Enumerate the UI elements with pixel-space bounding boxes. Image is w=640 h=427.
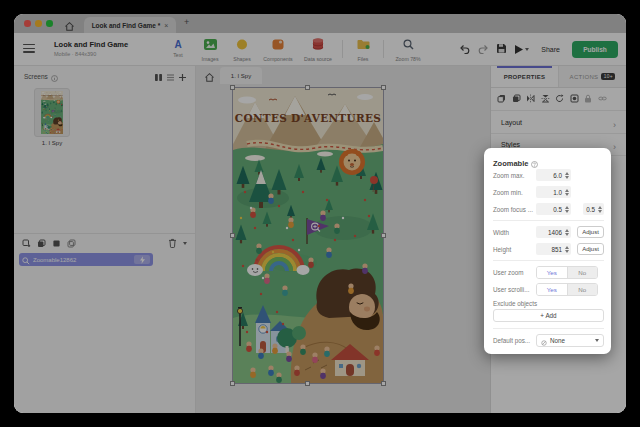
- user-scroll-toggle: Yes No: [536, 283, 598, 296]
- height-label: Height: [493, 246, 511, 253]
- default-position-label: Default pos...: [493, 337, 530, 344]
- stepper-icon[interactable]: [565, 172, 569, 180]
- user-zoom-toggle: Yes No: [536, 266, 598, 279]
- width-label: Width: [493, 229, 509, 236]
- zoomable-panel-title: Zoomable: [493, 159, 528, 168]
- zoomable-settings-panel: Zoomable Zoom max. 6.0 Zoom min. 1.0 Zoo…: [484, 148, 611, 354]
- zoom-focus-label: Zoom focus ...: [493, 206, 533, 213]
- dropdown-caret-icon: [595, 339, 599, 342]
- app-window: Look and Find Game * × + Look and Find G…: [14, 14, 626, 413]
- exclude-add-button[interactable]: + Add: [493, 309, 604, 322]
- zoom-min-label: Zoom min.: [493, 189, 523, 196]
- zoom-focus-y-input[interactable]: 0.5: [583, 203, 604, 215]
- exclude-objects-label: Exclude objects: [493, 300, 537, 307]
- stepper-icon[interactable]: [565, 206, 569, 214]
- user-scroll-yes[interactable]: Yes: [537, 284, 567, 295]
- none-icon: [541, 332, 547, 350]
- zoom-focus-x-input[interactable]: 0.5: [536, 203, 571, 215]
- height-adjust-button[interactable]: Adjust: [577, 243, 604, 255]
- zoom-max-label: Zoom max.: [493, 172, 525, 179]
- user-zoom-label: User zoom: [493, 269, 523, 276]
- stepper-icon[interactable]: [565, 189, 569, 197]
- height-input[interactable]: 851: [536, 243, 571, 255]
- width-adjust-button[interactable]: Adjust: [577, 226, 604, 238]
- zoom-min-input[interactable]: 1.0: [536, 186, 571, 198]
- user-scroll-label: User scrolli...: [493, 286, 529, 293]
- width-input[interactable]: 1406: [536, 226, 571, 238]
- user-zoom-yes[interactable]: Yes: [537, 267, 567, 278]
- user-zoom-no[interactable]: No: [567, 267, 598, 278]
- zoom-max-input[interactable]: 6.0: [536, 169, 571, 181]
- user-scroll-no[interactable]: No: [567, 284, 598, 295]
- stepper-icon[interactable]: [598, 206, 602, 214]
- stepper-icon[interactable]: [565, 246, 569, 254]
- default-position-select[interactable]: None: [536, 334, 604, 347]
- stepper-icon[interactable]: [565, 229, 569, 237]
